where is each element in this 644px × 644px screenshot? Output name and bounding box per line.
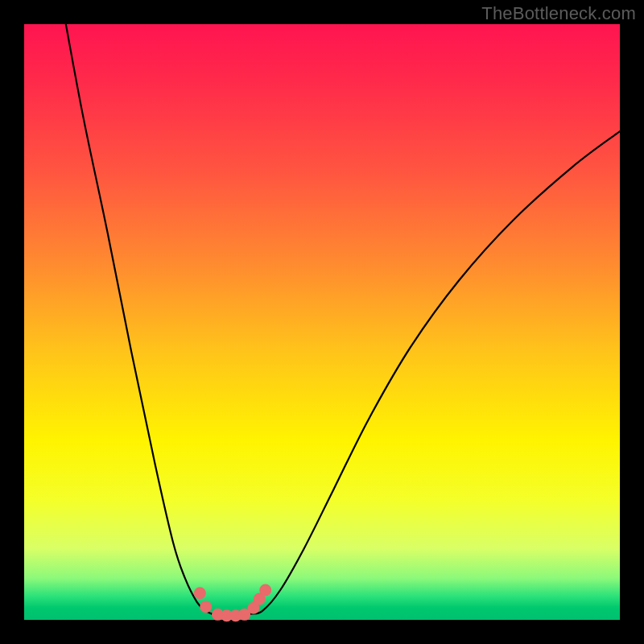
markers-layer <box>194 584 271 622</box>
chart-svg <box>24 24 620 620</box>
marker-right-dot-3 <box>259 584 271 597</box>
curves-layer <box>66 24 620 617</box>
watermark-text: TheBottleneck.com <box>481 3 636 24</box>
series-left-curve <box>66 24 212 614</box>
marker-left-dot-1 <box>194 587 206 599</box>
marker-left-dot-2 <box>200 601 212 613</box>
chart-plot-area <box>24 24 620 620</box>
series-right-curve <box>250 131 620 613</box>
